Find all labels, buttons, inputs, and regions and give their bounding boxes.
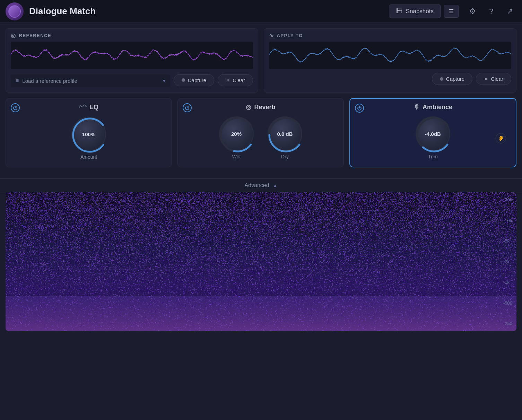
reverb-dry-label: Dry: [281, 154, 289, 159]
spectrogram-container: -20k -10k -5k -2k -1k -500 -250: [6, 192, 516, 331]
apply-to-panel: ∿ APPLY TO Capture ✕ Clear: [264, 28, 516, 93]
reverb-dry-knob-wrapper: 0.0 dB Dry: [268, 116, 302, 159]
advanced-arrow-icon: ▲: [273, 183, 278, 188]
effect-panels: EQ 100% Amount: [6, 98, 516, 167]
ambience-icon: 🎙: [414, 104, 420, 111]
capture-dot-icon: [182, 78, 185, 82]
snapshots-button[interactable]: 🎞 Snapshots: [389, 5, 441, 18]
apply-to-waveform: [269, 42, 511, 69]
load-profile-bar[interactable]: ≡ Load a reference profile ▾: [11, 74, 170, 87]
reverb-wet-value: 20%: [231, 131, 242, 137]
reference-capture-button[interactable]: Capture: [174, 74, 214, 86]
reference-clear-label: Clear: [233, 77, 245, 83]
apply-capture-button[interactable]: Capture: [432, 73, 472, 85]
eq-icon: [79, 103, 87, 111]
reference-header: ◎ REFERENCE: [11, 32, 253, 39]
eq-amount-label: Amount: [80, 154, 97, 160]
reverb-wet-label: Wet: [232, 154, 241, 159]
hamburger-button[interactable]: ☰: [444, 5, 459, 18]
load-profile-text: Load a reference profile: [22, 78, 163, 84]
header-icons: ⚙ ? ↗: [466, 5, 516, 18]
eq-amount-knob[interactable]: 100%: [71, 117, 106, 151]
options-button[interactable]: ↗: [503, 5, 516, 18]
ambience-trim-label: Trim: [428, 154, 437, 159]
apply-to-header: ∿ APPLY TO: [269, 32, 511, 39]
reverb-dry-knob[interactable]: 0.0 dB: [268, 116, 302, 151]
advanced-toggle[interactable]: Advanced ▲: [0, 178, 522, 192]
reverb-knob-row: 20% Wet 0.0 dB Dry: [183, 116, 339, 159]
settings-icon: ⚙: [469, 7, 476, 16]
logo-inner: [8, 5, 21, 18]
audio-panels: ◎ REFERENCE ≡ Load a reference profile ▾…: [6, 28, 516, 93]
eq-amount-knob-wrapper: 100% Amount: [71, 117, 106, 160]
help-icon: ?: [489, 7, 493, 16]
reverb-power-button[interactable]: [183, 103, 192, 112]
reverb-wet-knob-wrapper: 20% Wet: [219, 116, 254, 159]
ambience-trim-value: -4.0dB: [425, 131, 441, 137]
chevron-down-icon: ▾: [163, 78, 165, 84]
header: Dialogue Match 🎞 Snapshots ☰ ⚙ ? ↗: [0, 0, 522, 23]
eq-label: EQ: [89, 104, 98, 111]
apply-capture-dot-icon: [440, 77, 443, 81]
reverb-panel: ◎ Reverb 20% Wet: [177, 98, 344, 167]
ambience-header: 🎙 Ambience: [355, 104, 511, 111]
eq-panel: EQ 100% Amount: [6, 98, 172, 167]
advanced-label: Advanced: [244, 182, 269, 189]
snapshots-icon: 🎞: [396, 8, 402, 15]
clear-x-icon: ✕: [226, 77, 230, 83]
eq-amount-value: 100%: [82, 131, 95, 137]
reference-label: REFERENCE: [19, 33, 52, 38]
reference-clear-button[interactable]: ✕ Clear: [218, 74, 253, 86]
reverb-label: Reverb: [254, 104, 275, 111]
ambience-panel: 🎙 Ambience 👂 -4.0dB Trim: [349, 98, 516, 167]
ambience-trim-knob-wrapper: -4.0dB Trim: [416, 116, 450, 159]
apply-clear-button[interactable]: ✕ Clear: [476, 73, 511, 85]
spectrogram-canvas: [6, 192, 516, 331]
settings-button[interactable]: ⚙: [466, 5, 479, 18]
main-content: ◎ REFERENCE ≡ Load a reference profile ▾…: [0, 23, 522, 178]
eq-power-button[interactable]: [11, 103, 20, 112]
apply-clear-label: Clear: [491, 76, 503, 82]
menu-lines-icon: ≡: [16, 78, 19, 84]
reference-waveform: [11, 42, 253, 69]
app-title: Dialogue Match: [29, 6, 96, 17]
apply-to-label: APPLY TO: [277, 33, 303, 38]
apply-clear-x-icon: ✕: [484, 76, 488, 82]
ambience-knob-container: -4.0dB Trim: [355, 116, 511, 159]
eq-knob-container: 100% Amount: [11, 117, 167, 160]
ambience-power-button[interactable]: [355, 104, 364, 113]
apply-to-waveform-canvas: [269, 42, 511, 69]
apply-to-icon: ∿: [269, 32, 274, 39]
snapshots-label: Snapshots: [406, 8, 434, 15]
eq-header: EQ: [11, 103, 167, 111]
reverb-wet-knob[interactable]: 20%: [219, 116, 254, 151]
reference-icon: ◎: [11, 32, 16, 39]
hamburger-icon: ☰: [449, 8, 454, 15]
options-icon: ↗: [507, 7, 513, 16]
reference-waveform-canvas: [11, 42, 253, 69]
ear-icon[interactable]: 👂: [496, 133, 506, 143]
reference-capture-label: Capture: [188, 77, 206, 83]
reverb-dry-value: 0.0 dB: [277, 131, 293, 137]
ambience-trim-knob[interactable]: -4.0dB: [416, 116, 450, 151]
reference-panel: ◎ REFERENCE ≡ Load a reference profile ▾…: [6, 28, 258, 93]
apply-capture-label: Capture: [446, 76, 464, 82]
reverb-header: ◎ Reverb: [183, 103, 339, 111]
help-button[interactable]: ?: [485, 5, 498, 18]
reverb-icon: ◎: [246, 103, 251, 111]
ambience-label: Ambience: [423, 104, 452, 111]
app-logo: [6, 2, 24, 20]
